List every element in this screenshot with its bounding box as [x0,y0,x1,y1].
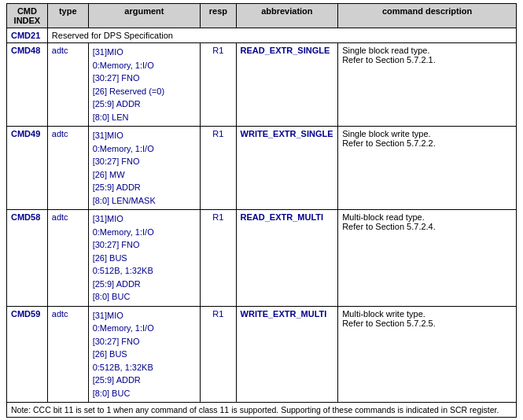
cmd-index-cell: CMD21 [7,28,48,43]
argument-cell: [31]MIO 0:Memory, 1:I/O [30:27] FNO [26]… [88,127,201,210]
header-abbreviation: abbreviation [236,4,338,28]
table-row: CMD48adtc[31]MIO 0:Memory, 1:I/O [30:27]… [7,43,517,127]
note-text: Note: CCC bit 11 is set to 1 when any co… [7,403,517,418]
argument-cell: [31]MIO 0:Memory, 1:I/O [30:27] FNO [26]… [88,43,201,127]
description-cell: Multi-block write type. Refer to Section… [338,306,517,403]
resp-cell: R1 [201,43,236,127]
resp-cell: R1 [201,127,236,210]
abbreviation-cell: WRITE_EXTR_SINGLE [236,127,338,210]
description-cell: Multi-block read type. Refer to Section … [338,210,517,307]
type-cell: adtc [47,306,88,403]
abbreviation-cell: WRITE_EXTR_MULTI [236,306,338,403]
header-resp: resp [201,4,236,28]
abbreviation-cell: READ_EXTR_SINGLE [236,43,338,127]
table-row: CMD59adtc[31]MIO 0:Memory, 1:I/O [30:27]… [7,306,517,403]
description-cell: Single block write type. Refer to Sectio… [338,127,517,210]
abbreviation-cell: READ_EXTR_MULTI [236,210,338,307]
resp-cell: R1 [201,306,236,403]
header-argument: argument [88,4,201,28]
argument-cell: [31]MIO 0:Memory, 1:I/O [30:27] FNO [26]… [88,210,201,307]
type-cell: adtc [47,43,88,127]
reserved-text: Reserved for DPS Specification [47,28,516,43]
argument-cell: [31]MIO 0:Memory, 1:I/O [30:27] FNO [26]… [88,306,201,403]
note-row: Note: CCC bit 11 is set to 1 when any co… [7,403,517,418]
table-row: CMD58adtc[31]MIO 0:Memory, 1:I/O [30:27]… [7,210,517,307]
commands-table: CMD INDEX type argument resp abbreviatio… [6,3,517,418]
cmd-index-cell: CMD59 [7,306,48,403]
type-cell: adtc [47,127,88,210]
table-row: CMD49adtc[31]MIO 0:Memory, 1:I/O [30:27]… [7,127,517,210]
header-type: type [47,4,88,28]
header-description: command description [338,4,517,28]
type-cell: adtc [47,210,88,307]
cmd-index-cell: CMD58 [7,210,48,307]
header-cmd-index: CMD INDEX [7,4,48,28]
resp-cell: R1 [201,210,236,307]
table-wrapper: CMD INDEX type argument resp abbreviatio… [0,0,523,420]
cmd-index-cell: CMD48 [7,43,48,127]
cmd-index-cell: CMD49 [7,127,48,210]
table-row: CMD21Reserved for DPS Specification [7,28,517,43]
description-cell: Single block read type. Refer to Section… [338,43,517,127]
